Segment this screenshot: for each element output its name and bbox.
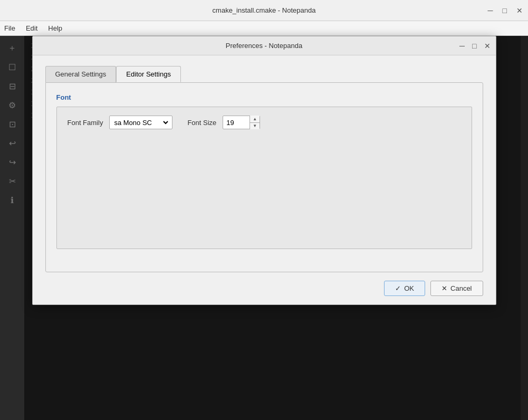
spinner-down-button[interactable]: ▼ (250, 123, 260, 130)
dialog-titlebar: Preferences - Notepanda ─ □ ✕ (33, 36, 496, 55)
font-row: Font Family sa Mono SC Courier New Conso… (68, 116, 461, 129)
tab-editor-settings[interactable]: Editor Settings (116, 66, 181, 82)
font-family-select-input[interactable]: sa Mono SC Courier New Consolas Monospac… (112, 118, 170, 127)
menubar: File Edit Help (0, 21, 528, 36)
menu-file[interactable]: File (4, 24, 15, 32)
preferences-dialog: Preferences - Notepanda ─ □ ✕ General Se… (32, 36, 496, 305)
dialog-titlebar-controls: ─ □ ✕ (459, 42, 490, 50)
cancel-button[interactable]: ✕ Cancel (430, 281, 483, 296)
main-window-title: cmake_install.cmake - Notepanda (213, 6, 316, 14)
maximize-button[interactable]: □ (503, 6, 507, 15)
font-family-label: Font Family (68, 119, 103, 127)
minimize-button[interactable]: ─ (488, 6, 493, 15)
editor-settings-panel: Font Font Family sa Mono SC Courier New … (45, 82, 483, 272)
cancel-label: Cancel (450, 284, 472, 292)
menu-edit[interactable]: Edit (26, 24, 37, 32)
font-section-label: Font (56, 93, 472, 101)
dialog-minimize-button[interactable]: ─ (459, 42, 465, 50)
close-button[interactable]: ✕ (516, 6, 523, 15)
tabs: General Settings Editor Settings (45, 66, 483, 82)
tab-general-settings[interactable]: General Settings (45, 66, 117, 82)
ok-check-icon: ✓ (395, 284, 401, 292)
font-size-label: Font Size (187, 119, 216, 127)
dialog-maximize-button[interactable]: □ (472, 42, 476, 50)
spinner-up-button[interactable]: ▲ (250, 116, 260, 123)
ok-button[interactable]: ✓ OK (384, 281, 425, 296)
font-size-input[interactable]: 19 (223, 116, 249, 129)
dialog-title: Preferences - Notepanda (226, 42, 302, 50)
dialog-close-button[interactable]: ✕ (484, 42, 491, 50)
menu-help[interactable]: Help (48, 24, 62, 32)
main-titlebar: cmake_install.cmake - Notepanda ─ □ ✕ (0, 0, 528, 21)
font-settings-box: Font Family sa Mono SC Courier New Conso… (56, 107, 472, 249)
font-size-spinner: 19 ▲ ▼ (223, 116, 260, 129)
ok-label: OK (404, 284, 414, 292)
dialog-buttons: ✓ OK ✕ Cancel (45, 281, 483, 296)
dialog-content: General Settings Editor Settings Font Fo… (33, 55, 496, 304)
cancel-x-icon: ✕ (441, 284, 447, 292)
spinner-buttons: ▲ ▼ (249, 116, 260, 129)
font-family-dropdown[interactable]: sa Mono SC Courier New Consolas Monospac… (109, 116, 172, 129)
